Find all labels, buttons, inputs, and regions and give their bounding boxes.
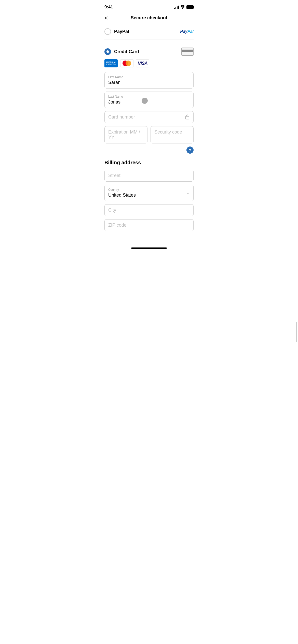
last-name-field[interactable]: Last Name Jonas	[104, 92, 194, 108]
credit-card-label: Credit Card	[114, 49, 139, 54]
first-name-label: First Name	[108, 75, 190, 79]
city-field[interactable]: City	[104, 204, 194, 216]
zip-placeholder: ZIP code	[108, 223, 127, 228]
help-button[interactable]: ?	[186, 147, 194, 154]
zip-code-field[interactable]: ZIP code	[104, 219, 194, 231]
svg-rect-0	[185, 116, 189, 119]
home-indicator	[99, 244, 199, 251]
card-details-row: Expiration MM / YY Security code	[104, 126, 194, 143]
street-placeholder: Street	[108, 173, 120, 178]
paypal-option[interactable]: PayPal PayPal	[104, 24, 194, 39]
wifi-icon	[180, 5, 185, 9]
status-icons	[174, 5, 194, 9]
city-placeholder: City	[108, 208, 116, 213]
first-name-value: Sarah	[108, 80, 120, 85]
touch-indicator	[142, 98, 148, 104]
country-label: Country	[108, 188, 190, 192]
security-code-placeholder: Security code	[154, 129, 182, 135]
card-number-placeholder: Card number	[108, 114, 135, 120]
expiration-placeholder: Expiration MM / YY	[108, 129, 140, 140]
last-name-value: Jonas	[108, 99, 120, 105]
paypal-label: PayPal	[114, 29, 129, 34]
status-time: 9:41	[104, 5, 113, 10]
status-bar: 9:41	[99, 0, 199, 13]
visa-logo: VISA	[136, 59, 149, 67]
card-brands: AMERICAN EXPRESS VISA	[104, 59, 194, 67]
scroll-content: PayPal PayPal Credit Card AMERICAN EXPRE…	[99, 24, 199, 244]
credit-card-radio[interactable]	[104, 48, 111, 55]
credit-card-option[interactable]: Credit Card	[104, 43, 194, 56]
street-field[interactable]: Street	[104, 170, 194, 182]
expiration-field[interactable]: Expiration MM / YY	[104, 126, 147, 143]
country-field[interactable]: Country United States ⌄	[104, 185, 194, 201]
signal-bars-icon	[174, 5, 179, 9]
chevron-down-icon: ⌄	[187, 191, 190, 195]
paypal-radio[interactable]	[104, 28, 111, 35]
back-button[interactable]: <	[104, 15, 108, 21]
header: < Secure checkout	[99, 13, 199, 24]
amex-logo: AMERICAN EXPRESS	[104, 59, 118, 67]
card-number-field[interactable]: Card number	[104, 111, 194, 123]
lock-icon	[185, 114, 190, 121]
help-icon: ?	[189, 148, 191, 152]
last-name-label: Last Name	[108, 95, 190, 98]
first-name-field[interactable]: First Name Sarah	[104, 72, 194, 89]
help-row: ?	[104, 147, 194, 154]
billing-address-title: Billing address	[104, 160, 194, 166]
battery-icon	[186, 5, 194, 9]
credit-card-icon	[181, 48, 194, 56]
country-value: United States	[108, 193, 136, 198]
security-code-field[interactable]: Security code	[151, 126, 194, 143]
paypal-logo: PayPal	[180, 29, 194, 34]
divider	[104, 39, 194, 39]
mastercard-logo	[120, 59, 133, 67]
page-title: Secure checkout	[131, 15, 167, 21]
